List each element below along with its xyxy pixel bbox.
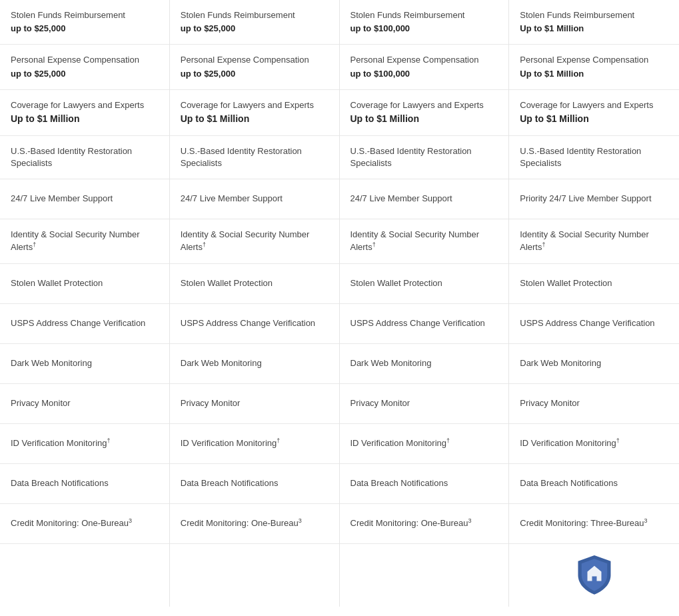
feature-name: ID Verification Monitoring† (181, 437, 329, 450)
table-row: Personal Expense Compensationup to $25,0… (0, 45, 169, 89)
feature-name: Credit Monitoring: Three-Bureau3 (520, 517, 668, 530)
table-row: Privacy Monitor (170, 384, 339, 424)
feature-value: up to $25,000 (11, 68, 159, 80)
feature-name: Identity & Social Security Number Alerts… (520, 229, 668, 254)
feature-name: 24/7 Live Member Support (11, 193, 159, 205)
feature-name: Personal Expense Compensation (520, 54, 668, 66)
feature-value: up to $25,000 (11, 23, 159, 35)
feature-name: Coverage for Lawyers and Experts (520, 99, 668, 111)
table-row: U.S.-Based Identity Restoration Speciali… (340, 136, 509, 179)
feature-name: Dark Web Monitoring (520, 357, 668, 369)
table-row: Stolen Funds Reimbursementup to $100,000 (340, 0, 509, 45)
table-row: Privacy Monitor (509, 384, 679, 424)
table-row: ID Verification Monitoring† (509, 424, 679, 464)
table-row: ID Verification Monitoring† (170, 424, 339, 464)
feature-name: Stolen Funds Reimbursement (520, 9, 668, 21)
table-row: Data Breach Notifications (170, 464, 339, 504)
feature-name: Privacy Monitor (350, 397, 498, 409)
shield-icon (571, 551, 618, 597)
table-row: Stolen Funds ReimbursementUp to $1 Milli… (509, 0, 679, 45)
table-row: Stolen Wallet Protection (509, 264, 679, 304)
feature-name: U.S.-Based Identity Restoration Speciali… (520, 145, 668, 169)
feature-name: 24/7 Live Member Support (350, 193, 498, 205)
table-row: U.S.-Based Identity Restoration Speciali… (509, 136, 679, 179)
table-row: Data Breach Notifications (509, 464, 679, 504)
table-row: Privacy Monitor (340, 384, 509, 424)
feature-name: Data Breach Notifications (350, 477, 498, 489)
feature-name: Data Breach Notifications (520, 477, 668, 489)
feature-name: Stolen Funds Reimbursement (350, 9, 498, 21)
feature-name: Stolen Wallet Protection (181, 277, 329, 289)
table-row: Coverage for Lawyers and ExpertsUp to $1… (0, 90, 169, 136)
table-row: Data Breach Notifications (340, 464, 509, 504)
table-row: Coverage for Lawyers and ExpertsUp to $1… (509, 90, 679, 136)
feature-value: up to $100,000 (350, 23, 498, 35)
table-row: Personal Expense Compensationup to $25,0… (170, 45, 339, 89)
table-row: U.S.-Based Identity Restoration Speciali… (170, 136, 339, 179)
feature-name: U.S.-Based Identity Restoration Speciali… (350, 145, 498, 169)
feature-name: Stolen Wallet Protection (11, 277, 159, 289)
feature-value: Up to $1 Million (11, 113, 159, 126)
table-row: U.S.-Based Identity Restoration Speciali… (0, 136, 169, 179)
feature-name: Stolen Funds Reimbursement (181, 9, 329, 21)
feature-name: Priority 24/7 Live Member Support (520, 193, 668, 205)
feature-name: Privacy Monitor (181, 397, 329, 409)
table-row: Credit Monitoring: One-Bureau3 (0, 504, 169, 544)
feature-name: Identity & Social Security Number Alerts… (181, 229, 329, 254)
feature-name: ID Verification Monitoring† (11, 437, 159, 450)
table-row: USPS Address Change Verification (509, 304, 679, 344)
table-row: 24/7 Live Member Support (340, 179, 509, 219)
table-row: USPS Address Change Verification (340, 304, 509, 344)
table-row: Personal Expense Compensationup to $100,… (340, 45, 509, 89)
feature-value: Up to $1 Million (520, 23, 668, 35)
feature-value: Up to $1 Million (350, 113, 498, 126)
table-row: Stolen Funds Reimbursementup to $25,000 (170, 0, 339, 45)
feature-value: up to $25,000 (181, 68, 329, 80)
column-4: Stolen Funds ReimbursementUp to $1 Milli… (509, 0, 679, 607)
table-row: Identity & Social Security Number Alerts… (170, 219, 339, 264)
table-row: Stolen Wallet Protection (340, 264, 509, 304)
feature-name: U.S.-Based Identity Restoration Speciali… (181, 145, 329, 169)
shield-badge (509, 544, 679, 607)
table-row: Dark Web Monitoring (0, 344, 169, 384)
feature-value: Up to $1 Million (520, 68, 668, 80)
table-row: ID Verification Monitoring† (0, 424, 169, 464)
column-1: Stolen Funds Reimbursementup to $25,000P… (0, 0, 170, 607)
table-row: USPS Address Change Verification (170, 304, 339, 344)
table-row: Privacy Monitor (0, 384, 169, 424)
feature-name: Credit Monitoring: One-Bureau3 (11, 517, 159, 530)
table-row: Stolen Wallet Protection (170, 264, 339, 304)
feature-name: Personal Expense Compensation (11, 54, 159, 66)
feature-name: Coverage for Lawyers and Experts (181, 99, 329, 111)
table-row: Identity & Social Security Number Alerts… (0, 219, 169, 264)
table-row: Credit Monitoring: One-Bureau3 (170, 504, 339, 544)
table-row: Stolen Wallet Protection (0, 264, 169, 304)
table-row: 24/7 Live Member Support (170, 179, 339, 219)
table-row: Dark Web Monitoring (170, 344, 339, 384)
feature-name: 24/7 Live Member Support (181, 193, 329, 205)
feature-name: Dark Web Monitoring (350, 357, 498, 369)
feature-name: Coverage for Lawyers and Experts (11, 99, 159, 111)
comparison-table: Stolen Funds Reimbursementup to $25,000P… (0, 0, 679, 607)
table-row: Personal Expense CompensationUp to $1 Mi… (509, 45, 679, 89)
table-row: Dark Web Monitoring (509, 344, 679, 384)
feature-name: USPS Address Change Verification (350, 317, 498, 329)
feature-name: Dark Web Monitoring (11, 357, 159, 369)
feature-name: Stolen Funds Reimbursement (11, 9, 159, 21)
feature-name: ID Verification Monitoring† (520, 437, 668, 450)
feature-name: Stolen Wallet Protection (350, 277, 498, 289)
feature-name: Data Breach Notifications (11, 477, 159, 489)
feature-name: Credit Monitoring: One-Bureau3 (181, 517, 329, 530)
feature-value: Up to $1 Million (520, 113, 668, 126)
feature-name: ID Verification Monitoring† (350, 437, 498, 450)
feature-name: U.S.-Based Identity Restoration Speciali… (11, 145, 159, 169)
feature-value: Up to $1 Million (181, 113, 329, 126)
table-row: ID Verification Monitoring† (340, 424, 509, 464)
feature-name: Dark Web Monitoring (181, 357, 329, 369)
feature-name: Identity & Social Security Number Alerts… (350, 229, 498, 254)
table-row: Identity & Social Security Number Alerts… (509, 219, 679, 264)
table-row: Priority 24/7 Live Member Support (509, 179, 679, 219)
feature-name: Personal Expense Compensation (350, 54, 498, 66)
table-row: Dark Web Monitoring (340, 344, 509, 384)
feature-name: USPS Address Change Verification (181, 317, 329, 329)
